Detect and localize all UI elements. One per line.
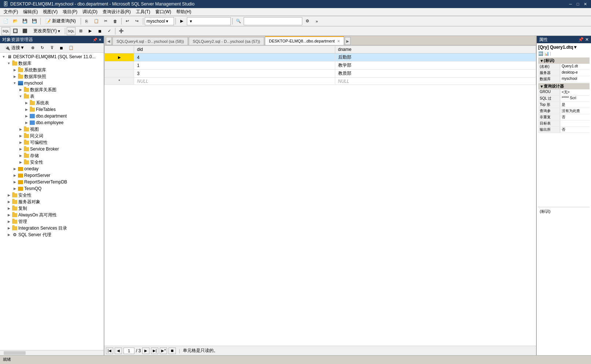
prop-categorize-icon[interactable]: 📊 bbox=[544, 51, 549, 56]
connect-button[interactable]: 🔌 连接▼ bbox=[1, 44, 28, 52]
menu-help[interactable]: 帮助(H) bbox=[174, 8, 193, 16]
tab-sqlquery4[interactable]: SQLQuery4.sql - D...yschool (sa (58)) bbox=[112, 37, 188, 45]
menu-project[interactable]: 项目(P) bbox=[60, 8, 80, 16]
tb-save[interactable]: 💾 bbox=[21, 17, 29, 25]
expand-service-broker[interactable]: ▶ bbox=[18, 146, 23, 152]
tree-sql-agent[interactable]: ▶ ⚙ SQL Server 代理 bbox=[0, 231, 104, 238]
tree-file-tables[interactable]: ▶ FileTables bbox=[0, 106, 104, 113]
nav-next-button[interactable]: ▶ bbox=[142, 348, 149, 354]
properties-query-label[interactable]: [Qry] Query1.dtq▼ bbox=[538, 45, 590, 50]
nav-prev-button[interactable]: ◀ bbox=[115, 348, 122, 354]
menu-view[interactable]: 视图(V) bbox=[41, 8, 60, 16]
cell-did-3[interactable]: 3 bbox=[134, 70, 335, 78]
tree-reportserver[interactable]: ▶ ReportServer bbox=[0, 172, 104, 179]
properties-pin-icon[interactable]: 📌 bbox=[578, 37, 584, 42]
menu-tools[interactable]: 工具(T) bbox=[134, 8, 152, 16]
change-type-button[interactable]: 更改类型(Y) ▾ bbox=[30, 27, 63, 35]
tree-replication[interactable]: ▶ 复制 bbox=[0, 205, 104, 212]
expand-integration[interactable]: ▶ bbox=[6, 225, 12, 231]
left-panel-hscroll[interactable] bbox=[0, 350, 104, 355]
tree-tables[interactable]: ▼ 表 bbox=[0, 93, 104, 100]
expand-views[interactable]: ▶ bbox=[18, 126, 23, 132]
tab-dbo-department[interactable]: DESKTOP-ELMQ8...dbo.department ✕ bbox=[265, 36, 344, 45]
tb-del[interactable]: 🗑 bbox=[111, 17, 120, 25]
db-dropdown[interactable]: myschool ▾ bbox=[145, 17, 174, 25]
tb2-stop[interactable]: ⏹ bbox=[95, 27, 104, 35]
tree-security-root[interactable]: ▶ 安全性 bbox=[0, 192, 104, 198]
cell-did-1[interactable]: 4 bbox=[134, 53, 335, 62]
tree-myschool[interactable]: ▼ myschool bbox=[0, 80, 104, 86]
expand-sys-tables[interactable]: ▶ bbox=[23, 100, 29, 106]
minimize-button[interactable]: ─ bbox=[568, 1, 573, 7]
tb-execute[interactable]: ▶ bbox=[177, 17, 186, 25]
cell-dname-null[interactable]: NULL bbox=[335, 78, 536, 85]
tree-db-snapshot[interactable]: ▶ 数据库快照 bbox=[0, 73, 104, 80]
expand-tables[interactable]: ▼ bbox=[18, 93, 23, 99]
server-dropdown[interactable]: ▾ bbox=[187, 17, 231, 25]
table-row[interactable]: ▶ 4 后勤部 bbox=[105, 53, 536, 62]
cell-did-null[interactable]: NULL bbox=[134, 78, 335, 85]
tree-integration[interactable]: ▶ Integration Services 目录 bbox=[0, 225, 104, 231]
tree-myschool-security[interactable]: ▶ 安全性 bbox=[0, 159, 104, 166]
tb2-grid[interactable]: ⊞ bbox=[76, 27, 85, 35]
tb-options[interactable]: ⚙ bbox=[303, 17, 312, 25]
tb2-add[interactable]: ➕ bbox=[117, 27, 126, 35]
menu-file[interactable]: 文件(F) bbox=[1, 8, 20, 16]
stop-button[interactable]: ⏹ bbox=[57, 44, 66, 52]
nav-last-button[interactable]: ▶| bbox=[151, 348, 158, 354]
menu-debug[interactable]: 调试(D) bbox=[80, 8, 100, 16]
expand-myschool-security[interactable]: ▶ bbox=[18, 159, 23, 165]
search-input[interactable] bbox=[244, 17, 302, 25]
disconnect-button[interactable]: ⊗ bbox=[29, 44, 37, 52]
tb2-run[interactable]: ▶ bbox=[86, 27, 95, 35]
cell-dname-1[interactable]: 后勤部 bbox=[335, 53, 536, 62]
tree-reportservertempdb[interactable]: ▶ ReportServerTempDB bbox=[0, 179, 104, 185]
tree-oneday[interactable]: ▶ oneday bbox=[0, 166, 104, 172]
expand-file-tables[interactable]: ▶ bbox=[23, 107, 29, 112]
tb2-2[interactable]: 🔲 bbox=[11, 27, 20, 35]
tree-service-broker[interactable]: ▶ Service Broker bbox=[0, 146, 104, 152]
expand-sys-db[interactable]: ▶ bbox=[12, 67, 18, 73]
expand-dbo-employee[interactable]: ▶ bbox=[23, 120, 29, 126]
tree-synonyms[interactable]: ▶ 同义词 bbox=[0, 133, 104, 139]
tree-databases[interactable]: ▼ 数据库 bbox=[0, 60, 104, 67]
tree-server-objects[interactable]: ▶ 服务器对象 bbox=[0, 198, 104, 205]
tree-dbo-employee[interactable]: ▶ dbo.employee bbox=[0, 119, 104, 126]
cell-did-2[interactable]: 1 bbox=[134, 62, 335, 70]
expand-tesmqq[interactable]: ▶ bbox=[12, 186, 18, 192]
tab-close-button[interactable]: ✕ bbox=[337, 39, 340, 43]
nav-stop-button[interactable]: ⏹ bbox=[169, 348, 176, 354]
tb-copy[interactable]: ⎘ bbox=[82, 17, 91, 25]
nav-page-input[interactable] bbox=[123, 348, 134, 354]
new-query-button[interactable]: 📝 新建查询(N) bbox=[42, 17, 79, 25]
tb-paste[interactable]: 📋 bbox=[92, 17, 101, 25]
tab-scroll-left[interactable]: ◀ bbox=[106, 37, 112, 45]
expand-dbo-department[interactable]: ▶ bbox=[23, 113, 29, 119]
properties-close-icon[interactable]: ✕ bbox=[585, 37, 589, 42]
restore-button[interactable]: □ bbox=[575, 1, 581, 7]
panel-pin-icon[interactable]: 📌 bbox=[93, 38, 97, 42]
tb2-1[interactable]: SQL bbox=[1, 27, 10, 35]
tree-views[interactable]: ▶ 视图 bbox=[0, 126, 104, 133]
tab-scroll-right[interactable]: ▶ bbox=[345, 37, 351, 45]
tb-open[interactable]: 📂 bbox=[11, 17, 20, 25]
tree-sys-db[interactable]: ▶ 系统数据库 bbox=[0, 67, 104, 73]
expand-server-objects[interactable]: ▶ bbox=[6, 199, 12, 205]
expand-management[interactable]: ▶ bbox=[6, 219, 12, 224]
expand-sql-agent[interactable]: ▶ bbox=[6, 232, 12, 238]
nav-new-button[interactable]: ▶* bbox=[160, 348, 167, 354]
close-button[interactable]: ✕ bbox=[582, 1, 588, 7]
prop-sort-alpha-icon[interactable]: 🔤 bbox=[538, 51, 543, 56]
tb2-3[interactable]: ⬛ bbox=[21, 27, 29, 35]
explorer-more-button[interactable]: 📋 bbox=[67, 44, 75, 52]
tree-dbo-department[interactable]: ▶ dbo.department bbox=[0, 113, 104, 119]
expand-replication[interactable]: ▶ bbox=[6, 205, 12, 211]
expand-reportservertempdb[interactable]: ▶ bbox=[12, 179, 18, 185]
tree-server[interactable]: ▼ 🖥 DESKTOP-ELMQ8M1 (SQL Server 11.0... bbox=[0, 53, 104, 60]
expand-oneday[interactable]: ▶ bbox=[12, 166, 18, 172]
tree-db-diagram[interactable]: ▶ 数据库关系图 bbox=[0, 86, 104, 93]
tb2-sql[interactable]: SQL bbox=[67, 27, 75, 35]
tree-programmability[interactable]: ▶ 可编程性 bbox=[0, 139, 104, 146]
expand-databases[interactable]: ▼ bbox=[6, 60, 12, 66]
expand-db-snapshot[interactable]: ▶ bbox=[12, 74, 18, 79]
